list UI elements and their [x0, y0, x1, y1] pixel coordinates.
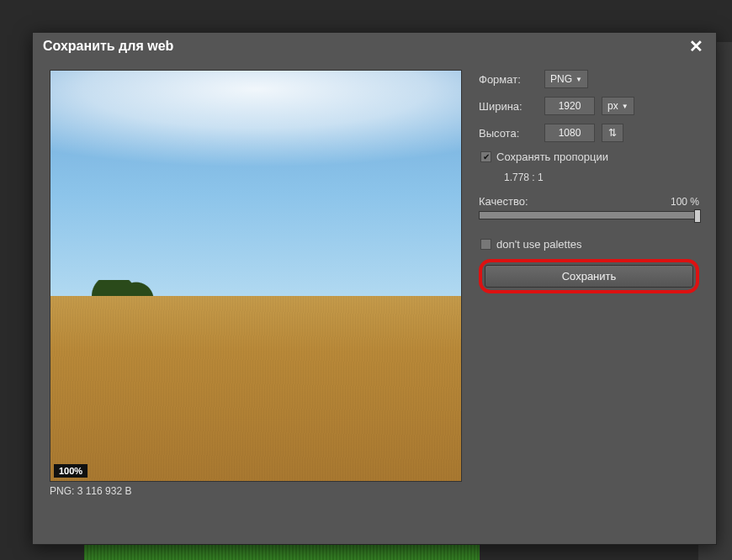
- slider-thumb[interactable]: [694, 209, 701, 223]
- aspect-ratio-value: 1.778 : 1: [504, 172, 699, 183]
- width-row: Ширина: 1920 px ▼: [479, 97, 699, 115]
- save-button-highlight: Сохранить: [479, 259, 699, 293]
- preview-field: [50, 296, 461, 481]
- format-row: Формат: PNG ▼: [479, 70, 699, 88]
- quality-row: Качество: 100 %: [479, 195, 699, 208]
- height-input[interactable]: 1080: [544, 124, 595, 142]
- controls-column: Формат: PNG ▼ Ширина: 1920 px ▼ Высота: …: [479, 70, 699, 534]
- height-label: Высота:: [479, 127, 538, 140]
- filesize-label: PNG: 3 116 932 B: [50, 485, 462, 497]
- preview-column: 100% PNG: 3 116 932 B: [50, 70, 462, 534]
- close-icon[interactable]: ✕: [686, 36, 706, 56]
- save-for-web-dialog: Сохранить для web ✕ 100% PNG: 3 116 932 …: [32, 32, 717, 545]
- width-unit-dropdown[interactable]: px ▼: [602, 97, 634, 115]
- height-row: Высота: 1080 ⇅: [479, 124, 699, 142]
- save-button[interactable]: Сохранить: [485, 265, 693, 288]
- dialog-body: 100% PNG: 3 116 932 B Формат: PNG ▼ Шири…: [33, 60, 716, 544]
- keep-ratio-row: ✔ Сохранять пропорции: [480, 151, 699, 163]
- dialog-titlebar: Сохранить для web ✕: [33, 33, 716, 60]
- keep-ratio-label: Сохранять пропорции: [496, 151, 608, 163]
- palettes-checkbox[interactable]: [480, 239, 491, 250]
- zoom-badge[interactable]: 100%: [54, 464, 88, 478]
- width-unit-value: px: [607, 100, 618, 112]
- image-preview[interactable]: 100%: [50, 70, 462, 482]
- palettes-row: don't use palettes: [480, 238, 699, 251]
- chevron-down-icon: ▼: [576, 76, 582, 83]
- width-input[interactable]: 1920: [544, 97, 595, 115]
- format-value: PNG: [550, 73, 572, 85]
- swap-dimensions-icon[interactable]: ⇅: [602, 124, 623, 142]
- dialog-title: Сохранить для web: [43, 39, 173, 54]
- format-label: Формат:: [479, 73, 538, 86]
- width-label: Ширина:: [479, 100, 538, 113]
- preview-clouds: [50, 71, 461, 256]
- background-image-strip: [84, 545, 480, 560]
- quality-value: 100 %: [671, 196, 699, 208]
- palettes-label: don't use palettes: [496, 238, 582, 251]
- quality-label: Качество:: [479, 195, 528, 208]
- keep-ratio-checkbox[interactable]: ✔: [480, 151, 491, 162]
- chevron-down-icon: ▼: [622, 103, 629, 110]
- format-dropdown[interactable]: PNG ▼: [544, 70, 588, 88]
- quality-slider[interactable]: [479, 211, 699, 219]
